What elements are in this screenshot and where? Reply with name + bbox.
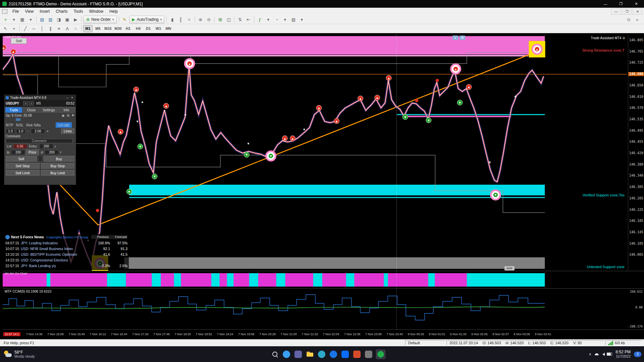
panel-close-button[interactable]: × [70, 96, 74, 100]
taskbar-clock[interactable]: 8:52 PM 11/7/2022 [615, 350, 631, 359]
risk-input[interactable] [31, 129, 45, 134]
periods-icon[interactable]: ◔ [273, 16, 280, 23]
menu-item-view[interactable]: View [22, 8, 37, 15]
autotrading-button[interactable]: ▶AutoTrading▾ [129, 16, 165, 23]
timeframe-w1[interactable]: W1 [154, 25, 163, 32]
search-button[interactable] [270, 350, 279, 359]
edge-icon[interactable] [317, 350, 326, 359]
timeframe-h4[interactable]: H4 [133, 25, 143, 32]
ccim-indicator[interactable]: MTF CCIM(5) 63.1906 19.6310 260.611 0.00… [3, 288, 644, 329]
tab-settings[interactable]: Settings [41, 107, 57, 113]
photos-icon[interactable] [353, 350, 361, 359]
rtp-input[interactable] [6, 129, 15, 134]
buy-limit-button[interactable]: Buy Limit [41, 170, 75, 176]
window-titlebar[interactable]: 2101701258: FTMO-Demo - Demo Account - F… [0, 0, 644, 8]
trading-app-icon[interactable] [376, 350, 385, 359]
hidden-icons-chevron[interactable]: ∧ [589, 352, 591, 356]
templates-caret[interactable]: ▾ [298, 16, 306, 23]
profile-selector[interactable]: Default [405, 340, 445, 346]
new-chart-caret[interactable]: ▾ [10, 16, 18, 23]
timeframe-m30[interactable]: M30 [113, 25, 123, 32]
strategy-tester-icon[interactable]: ▶ [72, 16, 79, 23]
time-axis[interactable]: 21:07 14:1 7 Nov 14:367 Nov 15:087 Nov 1… [3, 329, 644, 339]
risk-minus-button[interactable]: - [26, 129, 30, 133]
line-chart-icon[interactable]: ≈ [185, 16, 193, 23]
trade-assistant-titlebar[interactable]: Trade Assistant MT4 9.8 – × [4, 95, 76, 100]
timeframe-m1[interactable]: M1 [83, 25, 93, 32]
chart-shift-icon[interactable]: ⇤ [245, 16, 252, 23]
alert-icon[interactable]: ⚑ [71, 114, 74, 117]
auto-scroll-icon[interactable]: ⇅ [236, 16, 244, 23]
timeframe-mn[interactable]: MN [164, 25, 173, 32]
zoom-in-icon[interactable]: ⊕ [197, 16, 204, 23]
chart-close-button[interactable]: ⊠ [460, 36, 465, 40]
buy-stop-button[interactable]: Buy Stop [41, 163, 75, 169]
metaeditor-icon[interactable]: ✎ [121, 16, 128, 23]
one-click-sell-button[interactable]: Sell [11, 38, 27, 44]
sl-input[interactable] [45, 150, 59, 155]
wifi-icon[interactable] [595, 353, 599, 355]
menu-item-charts[interactable]: Charts [53, 8, 70, 15]
zoom-out-icon[interactable]: ⊖ [205, 16, 213, 23]
cascade-windows-icon[interactable]: ◫ [225, 16, 232, 23]
panel-minimize-button[interactable]: – [65, 96, 70, 100]
tile-windows-icon[interactable]: ⊞ [216, 16, 224, 23]
horizontal-line-icon[interactable]: ─ [30, 25, 38, 33]
file-explorer-icon[interactable] [306, 350, 314, 359]
store-icon[interactable] [341, 350, 350, 359]
chart-profiles-caret[interactable]: ▾ [27, 16, 35, 23]
entry-stepper[interactable]: ▲▼ [54, 145, 56, 148]
quick-nav-icon[interactable]: » [633, 16, 641, 23]
menu-item-insert[interactable]: Insert [37, 8, 53, 15]
browser-icon[interactable] [329, 350, 338, 359]
timeframe-m15[interactable]: M15 [103, 25, 113, 32]
market-watch-icon[interactable]: ▤ [38, 16, 46, 23]
indicators-icon[interactable]: ƒ [256, 16, 264, 23]
menu-item-window[interactable]: Window [86, 8, 107, 15]
lot-input[interactable] [13, 144, 27, 149]
data-window-icon[interactable]: ▥ [47, 16, 54, 23]
cursor-icon[interactable]: ↖ [2, 25, 9, 33]
trendline-icon[interactable]: ╱ [21, 25, 29, 33]
widgets-icon[interactable] [282, 350, 291, 359]
rr-button[interactable]: RR [16, 118, 20, 122]
new-order-button[interactable]: ⊞New Order▾ [84, 16, 117, 23]
chart-minimize-button[interactable]: ▴ [452, 36, 458, 40]
buy-button[interactable]: Buy [44, 156, 75, 162]
search-icon[interactable]: ⊙ [625, 16, 633, 23]
weather-widget[interactable]: 58°F Mostly cloudy [3, 350, 35, 358]
new-chart-icon[interactable]: + [2, 16, 9, 23]
entry-input[interactable] [39, 144, 53, 149]
price-axis[interactable]: 146.805146.765146.725146.696146.650146.6… [628, 35, 644, 271]
battery-icon[interactable] [607, 353, 612, 356]
lot-calc-button[interactable]: Lot calc [56, 122, 72, 128]
crosshair-icon[interactable]: + [10, 25, 18, 33]
teams-icon[interactable] [294, 350, 303, 359]
vertical-line-icon[interactable]: │ [38, 25, 46, 33]
navigator-icon[interactable]: ◨ [55, 16, 63, 23]
periods-caret[interactable]: ▾ [281, 16, 289, 23]
tp-input[interactable] [11, 150, 25, 155]
timeframe-display[interactable]: M5 [35, 102, 42, 105]
child-restore-button[interactable]: ❐ [622, 8, 632, 15]
chart-profiles-icon[interactable]: ▦ [18, 16, 26, 23]
candlestick-icon[interactable]: ▮ [168, 16, 176, 23]
start-button[interactable] [259, 350, 267, 359]
calculator-icon[interactable]: ⊞ [67, 114, 69, 117]
close-button[interactable]: ✕ [629, 0, 644, 8]
timeframe-d1[interactable]: D1 [144, 25, 153, 32]
risk-plus-button[interactable]: + [46, 129, 49, 133]
sell-limit-button[interactable]: Sell Limit [6, 170, 40, 176]
menu-item-tools[interactable]: Tools [71, 8, 86, 15]
ohlc-bars-icon[interactable]: ║ [177, 16, 184, 23]
eye-icon[interactable]: ◉ [62, 114, 65, 117]
tab-info[interactable]: Info [58, 107, 75, 113]
menu-item-help[interactable]: Help [106, 8, 121, 15]
price-chart[interactable]: ▲▼▲▼▲▼▲▲▲▲▲▲▲▲▲▲▲▲▲▼▼▼▼▼▼▼▲▲▲▲▼▼▼▼ USDJP… [3, 35, 628, 271]
trend-strip-indicator[interactable]: M1 MA On Chart [3, 271, 644, 288]
tab-close[interactable]: Close [23, 107, 40, 113]
volume-icon[interactable] [601, 353, 605, 356]
timeframe-h1[interactable]: H1 [123, 25, 133, 32]
settings-icon[interactable] [364, 350, 373, 359]
sell-button[interactable]: Sell [6, 156, 37, 162]
